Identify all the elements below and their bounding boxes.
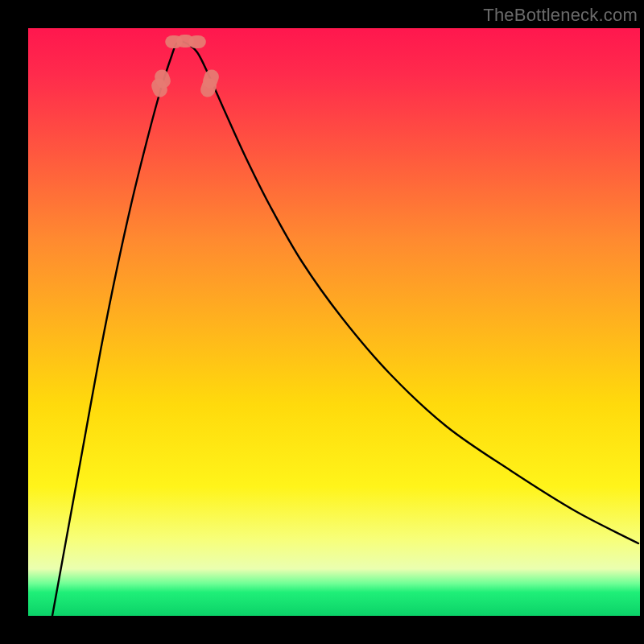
bottleneck-curve <box>52 41 638 616</box>
outer-frame: TheBottleneck.com <box>0 0 644 644</box>
plot-area <box>28 28 640 616</box>
curve-svg <box>28 28 640 616</box>
floor-right <box>188 35 206 48</box>
curve-markers <box>150 35 221 99</box>
watermark-text: TheBottleneck.com <box>483 5 638 26</box>
